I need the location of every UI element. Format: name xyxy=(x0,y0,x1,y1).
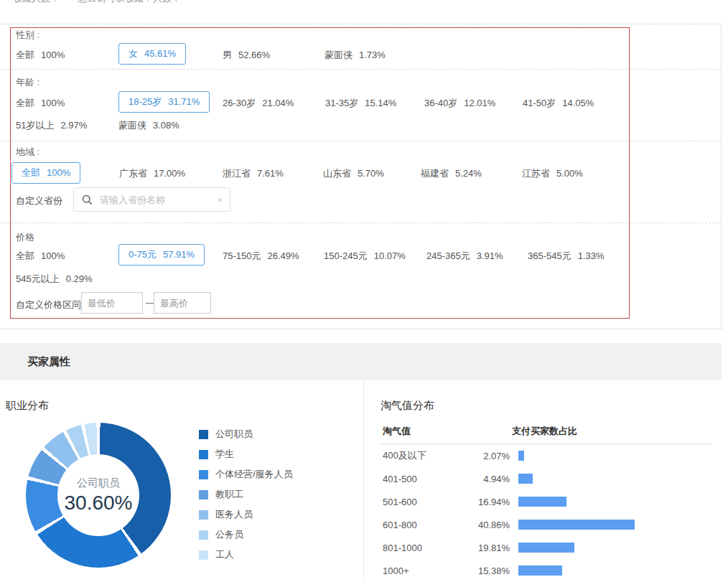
taoqi-row: 501-60016.94% xyxy=(381,490,712,513)
filter-age-31-35[interactable]: 31-35岁15.14% xyxy=(325,97,396,110)
taoqi-row: 400及以下2.07% xyxy=(381,444,712,467)
taoqi-percent-value: 2.07% xyxy=(476,451,510,461)
legend-item-label: 公司职员 xyxy=(215,428,253,441)
taoqi-bar xyxy=(518,474,533,484)
taoqi-bar xyxy=(518,451,524,461)
page: 收藏人数？ 您目前可获收藏？人数？ 性别 : 全部100% 女45.61% 男5… xyxy=(0,0,728,582)
filter-age-41-50[interactable]: 41-50岁14.05% xyxy=(523,97,594,110)
taoqi-row: 801-100019.81% xyxy=(381,536,712,559)
taoqi-row: 401-5004.94% xyxy=(381,467,712,490)
occupation-donut-chart: 公司职员 30.60% xyxy=(26,423,171,568)
section-divider xyxy=(0,222,722,223)
legend-item-label: 个体经营/服务人员 xyxy=(215,468,293,481)
taoqi-percent-value: 4.94% xyxy=(476,474,510,484)
taoqi-row: 1000+15.38% xyxy=(381,559,712,582)
top-strip: 收藏人数？ 您目前可获收藏？人数？ xyxy=(0,0,728,23)
filter-region-zhejiang[interactable]: 浙江省7.61% xyxy=(223,167,284,180)
custom-province-label: 自定义省份 xyxy=(16,194,62,207)
search-icon xyxy=(82,194,93,205)
filter-age-masked[interactable]: 蒙面侠3.08% xyxy=(118,119,179,132)
province-search[interactable]: × xyxy=(73,187,230,212)
custom-price-label: 自定义价格区间 xyxy=(16,299,81,311)
taoqi-row: 601-80040.86% xyxy=(381,513,712,536)
occupation-chart-title: 职业分布 xyxy=(6,399,49,413)
legend-item[interactable]: 教职工 xyxy=(199,484,293,504)
legend-swatch-icon xyxy=(199,530,208,540)
filter-price-245-365[interactable]: 245-365元3.91% xyxy=(426,250,503,263)
legend-swatch-icon xyxy=(199,430,208,439)
taoqi-range-label: 1000+ xyxy=(383,565,476,576)
taoqi-bar xyxy=(518,497,566,507)
filter-region-fujian[interactable]: 福建省5.24% xyxy=(421,167,482,180)
filter-age-51plus[interactable]: 51岁以上2.97% xyxy=(16,119,87,132)
taoqi-percent-value: 16.94% xyxy=(476,497,510,507)
section-divider xyxy=(0,24,722,24)
legend-swatch-icon xyxy=(199,550,208,560)
legend-item[interactable]: 工人 xyxy=(199,545,293,565)
donut-hole: 公司职员 30.60% xyxy=(57,454,139,536)
legend-item[interactable]: 学生 xyxy=(199,444,293,464)
legend-item-label: 工人 xyxy=(215,548,234,561)
section-divider xyxy=(0,141,722,141)
filter-price-150-245[interactable]: 150-245元10.07% xyxy=(324,250,406,263)
price-min-input[interactable] xyxy=(81,292,143,314)
legend-item-label: 教职工 xyxy=(215,488,243,501)
taoqi-chart-title: 淘气值分布 xyxy=(381,399,712,413)
taoqi-bar xyxy=(518,543,574,553)
donut-center-label: 公司职员 xyxy=(77,477,120,490)
region-section-label: 地域 : xyxy=(16,146,39,159)
taoqi-range-label: 401-500 xyxy=(383,474,476,484)
filter-gender-all[interactable]: 全部100% xyxy=(16,49,65,62)
filter-region-shandong[interactable]: 山东省5.70% xyxy=(323,167,384,180)
legend-item[interactable]: 个体经营/服务人员 xyxy=(199,464,293,484)
taoqi-bar xyxy=(518,520,635,530)
filter-price-0-75[interactable]: 0-75元57.91% xyxy=(118,244,205,266)
filter-price-all[interactable]: 全部100% xyxy=(16,250,65,263)
taoqi-col-header-value: 淘气值 xyxy=(383,425,512,438)
legend-item[interactable]: 公务员 xyxy=(199,525,293,545)
taoqi-percent-value: 19.81% xyxy=(476,543,510,553)
filter-price-365-545[interactable]: 365-545元1.33% xyxy=(528,250,605,263)
taoqi-bar xyxy=(518,565,562,576)
clear-icon[interactable]: × xyxy=(217,194,223,205)
filter-region-jiangsu[interactable]: 江苏省5.00% xyxy=(522,167,583,180)
section-divider xyxy=(0,69,722,70)
filter-age-26-30[interactable]: 26-30岁21.04% xyxy=(223,97,294,110)
taoqi-panel: 淘气值分布 淘气值 支付买家数占比 400及以下2.07%401-5004.94… xyxy=(381,399,712,582)
filter-price-75-150[interactable]: 75-150元26.49% xyxy=(223,250,299,263)
legend-item-label: 学生 xyxy=(215,448,234,461)
age-section-label: 年龄 : xyxy=(16,76,39,89)
donut-center-value: 30.60% xyxy=(65,492,133,515)
filter-region-all[interactable]: 全部100% xyxy=(11,162,80,184)
taoqi-percent-value: 15.38% xyxy=(476,565,510,576)
filter-age-18-25[interactable]: 18-25岁31.71% xyxy=(118,91,210,113)
taoqi-range-label: 400及以下 xyxy=(383,449,476,462)
buyer-attributes-header: 买家属性 xyxy=(0,343,722,380)
top-clipped-text: 收藏人数？ 您目前可获收藏？人数？ xyxy=(13,0,181,5)
price-max-input[interactable] xyxy=(154,292,211,314)
taoqi-table-header: 淘气值 支付买家数占比 xyxy=(381,425,712,438)
taoqi-range-label: 501-600 xyxy=(383,497,476,507)
taoqi-col-header-share: 支付买家数占比 xyxy=(512,425,577,438)
gender-section-label: 性别 : xyxy=(16,29,39,42)
legend-item[interactable]: 公司职员 xyxy=(199,424,293,444)
taoqi-percent-value: 40.86% xyxy=(476,520,510,530)
filter-age-36-40[interactable]: 36-40岁12.01% xyxy=(424,97,495,110)
province-search-input[interactable] xyxy=(98,194,217,206)
filter-age-all[interactable]: 全部100% xyxy=(16,97,65,110)
price-section-label: 价格 xyxy=(16,231,34,244)
filter-gender-male[interactable]: 男52.66% xyxy=(223,49,270,62)
legend-swatch-icon xyxy=(199,490,208,499)
legend-item[interactable]: 医务人员 xyxy=(199,504,293,525)
filter-gender-masked[interactable]: 蒙面侠1.73% xyxy=(325,49,386,62)
legend-item-label: 医务人员 xyxy=(215,508,253,521)
column-divider xyxy=(363,380,364,582)
legend-swatch-icon xyxy=(199,510,208,520)
legend-swatch-icon xyxy=(199,470,208,479)
filter-region-guangdong[interactable]: 广东省17.00% xyxy=(119,167,185,180)
filter-price-545plus[interactable]: 545元以上0.29% xyxy=(16,273,93,286)
taoqi-rows: 400及以下2.07%401-5004.94%501-60016.94%601-… xyxy=(381,444,712,582)
taoqi-range-label: 801-1000 xyxy=(383,543,476,553)
filter-gender-female[interactable]: 女45.61% xyxy=(118,43,186,65)
occupation-legend: 公司职员学生个体经营/服务人员教职工医务人员公务员工人 xyxy=(199,424,293,565)
